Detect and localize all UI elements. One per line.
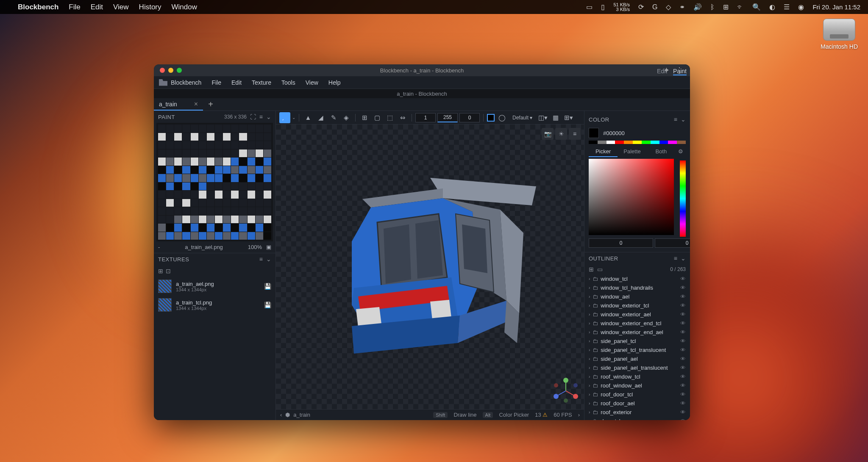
menubar-window[interactable]: Window	[172, 3, 197, 11]
rgb-g-input[interactable]	[655, 238, 690, 248]
tab-close-button[interactable]: ×	[194, 100, 198, 108]
palette-swatch[interactable]	[633, 141, 642, 144]
visibility-toggle[interactable]: 👁	[680, 373, 686, 380]
visibility-toggle[interactable]: 👁	[680, 329, 686, 335]
chevron-right-icon[interactable]: ›	[589, 374, 590, 379]
hue-slider[interactable]	[680, 160, 686, 237]
options-icon[interactable]: ≡	[259, 256, 263, 263]
status-wifi-icon[interactable]: ᯤ	[737, 3, 744, 11]
fullscreen-icon[interactable]: ⛶	[250, 113, 256, 120]
chevron-right-icon[interactable]: ›	[589, 303, 590, 308]
app-menu-texture[interactable]: Texture	[248, 77, 275, 88]
chevron-right-icon[interactable]: ›	[589, 365, 590, 370]
minimize-window-button[interactable]	[168, 68, 173, 73]
chevron-down-icon[interactable]: ⌄	[681, 116, 686, 123]
palette-swatch[interactable]	[651, 141, 659, 144]
texture-item[interactable]: a_train_tcl.png1344 x 1344px 💾	[154, 296, 275, 314]
outliner-item[interactable]: › 🗀 window_tcl 👁	[584, 274, 690, 283]
chevron-right-icon[interactable]: ›	[589, 357, 590, 361]
app-menu-edit[interactable]: Edit	[227, 77, 246, 88]
chevron-right-icon[interactable]: ›	[589, 401, 590, 406]
outliner-item[interactable]: › 🗀 window_exterior_end_tcl 👁	[584, 319, 690, 328]
viewport-light-button[interactable]: ☀	[555, 128, 567, 140]
sv-picker[interactable]	[589, 159, 674, 235]
visibility-toggle[interactable]: 👁	[680, 418, 686, 420]
quick-palette[interactable]	[584, 141, 690, 144]
chevron-right-icon[interactable]: ›	[589, 330, 590, 335]
shape-frame-button[interactable]: ⬚	[384, 112, 395, 123]
center-icon[interactable]: ▣	[266, 244, 271, 250]
mirror-button[interactable]: ⇔	[397, 112, 408, 123]
status-search-icon[interactable]: 🔍	[752, 3, 761, 11]
forward-icon[interactable]: ›	[578, 412, 580, 418]
status-diamond-icon[interactable]: ◇	[666, 3, 671, 11]
model-preview[interactable]	[312, 165, 549, 368]
save-icon[interactable]: 💾	[264, 283, 271, 290]
outliner-item[interactable]: › 🗀 window_ael 👁	[584, 292, 690, 301]
visibility-toggle[interactable]: 👁	[680, 400, 686, 407]
warning-count[interactable]: 13 ⚠	[535, 412, 548, 418]
back-icon[interactable]: ‹	[280, 412, 282, 418]
status-bluetooth-icon[interactable]: ᛒ	[710, 3, 715, 11]
viewport-3d[interactable]: 📷 ☀ ≡	[276, 124, 584, 409]
rgb-r-input[interactable]	[589, 238, 653, 248]
import-texture-button[interactable]: ⊡	[166, 268, 171, 274]
texture-item[interactable]: a_train_ael.png1344 x 1344px 💾	[154, 277, 275, 296]
outliner-item[interactable]: › 🗀 side_panel_ael 👁	[584, 354, 690, 363]
app-menu-tools[interactable]: Tools	[277, 77, 300, 88]
desktop-hdd-icon[interactable]: Macintosh HD	[821, 19, 858, 50]
outliner-item[interactable]: › 🗀 roof_window_ael 👁	[584, 381, 690, 390]
outliner-item[interactable]: › 🗀 window_tcl_handrails 👁	[584, 283, 690, 292]
menubar-view[interactable]: View	[113, 3, 129, 11]
chevron-down-icon[interactable]: ⌄	[681, 255, 686, 262]
chevron-right-icon[interactable]: ›	[589, 348, 590, 352]
save-icon[interactable]: 💾	[264, 302, 271, 308]
eraser-tool-button[interactable]: ◢	[315, 112, 326, 123]
visibility-toggle[interactable]: 👁	[680, 382, 686, 389]
outliner-item[interactable]: › 🗀 window_exterior_tcl 👁	[584, 301, 690, 310]
primary-color-swatch[interactable]	[487, 114, 495, 122]
color-hex-value[interactable]: #000000	[603, 130, 686, 136]
brush-tool-button[interactable]	[279, 112, 290, 123]
visibility-toggle[interactable]: 👁	[680, 347, 686, 353]
visibility-toggle[interactable]: 👁	[680, 302, 686, 309]
menubar-datetime[interactable]: Fri 20. Jan 11:52	[812, 3, 860, 11]
menubar-file[interactable]: File	[69, 3, 80, 11]
color-tab-palette[interactable]: Palette	[618, 147, 646, 157]
app-logo[interactable]: Blockbench	[159, 79, 201, 86]
status-g-icon[interactable]: G	[652, 3, 657, 11]
palette-swatch[interactable]	[642, 141, 651, 144]
palette-swatch[interactable]	[668, 141, 677, 144]
chevron-right-icon[interactable]: ›	[589, 339, 590, 343]
app-menu-file[interactable]: File	[207, 77, 225, 88]
outliner-item[interactable]: › 🗀 roof_door_tcl 👁	[584, 390, 690, 399]
viewport-layout-button[interactable]: ▦	[550, 112, 561, 123]
status-icon[interactable]: ⚭	[679, 3, 685, 11]
visibility-toggle[interactable]: 👁	[680, 391, 686, 398]
chevron-right-icon[interactable]: ›	[589, 392, 590, 397]
viewport-split-button[interactable]: ◫▾	[537, 112, 548, 123]
visibility-toggle[interactable]: 👁	[680, 338, 686, 344]
visibility-toggle[interactable]: 👁	[680, 365, 686, 371]
outliner-item[interactable]: › 🗀 roof_exterior 👁	[584, 408, 690, 417]
brush-softness-input[interactable]	[459, 113, 480, 122]
visibility-toggle[interactable]: 👁	[680, 356, 686, 362]
tab-a-train[interactable]: a_train ×	[154, 98, 203, 111]
brush-opacity-input[interactable]	[437, 113, 458, 122]
visibility-toggle[interactable]: 👁	[680, 320, 686, 326]
outliner-item[interactable]: › 🗀 roof_door_ael 👁	[584, 399, 690, 408]
outliner-item[interactable]: › 🗀 side_panel_tcl 👁	[584, 337, 690, 346]
shape-rect-button[interactable]: ⊞	[359, 112, 370, 123]
tab-add-button[interactable]: +	[203, 100, 218, 109]
visibility-toggle[interactable]: 👁	[680, 285, 686, 291]
secondary-color-swatch[interactable]: ◯	[496, 112, 507, 123]
chevron-right-icon[interactable]: ›	[589, 321, 590, 326]
status-icon[interactable]: ⟳	[638, 3, 644, 11]
add-group-button[interactable]: ▭	[597, 266, 603, 273]
app-menu-view[interactable]: View	[301, 77, 323, 88]
chevron-right-icon[interactable]: ›	[589, 419, 590, 420]
palette-swatch[interactable]	[624, 141, 633, 144]
visibility-toggle[interactable]: 👁	[680, 293, 686, 300]
fill-tool-button[interactable]: ▲	[303, 112, 314, 123]
chevron-right-icon[interactable]: ›	[589, 294, 590, 299]
